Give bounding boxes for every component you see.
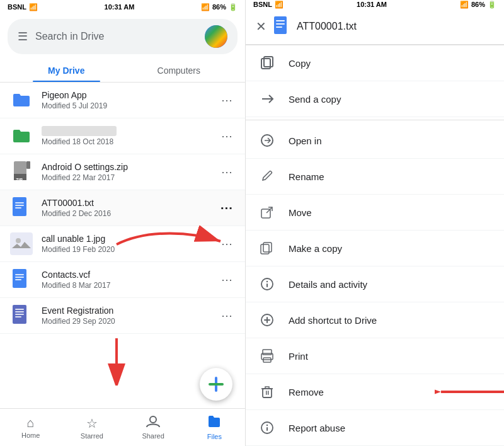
left-status-right: 📶 86% 🔋 xyxy=(201,3,238,11)
bottom-nav: ⌂ Home ☆ Starred Shared Files xyxy=(0,408,245,446)
report-icon xyxy=(258,419,276,437)
file-meta: Modified 8 Mar 2017 xyxy=(42,281,219,290)
left-panel: BSNL 📶 10:31 AM 📶 86% 🔋 ☰ Search in Driv… xyxy=(0,0,246,446)
menu-item-make-copy[interactable]: Make a copy xyxy=(246,231,504,266)
svg-rect-43 xyxy=(263,389,272,397)
file-more-button[interactable]: ⋯ xyxy=(217,198,235,218)
svg-rect-1 xyxy=(26,161,30,169)
doc-icon xyxy=(10,197,33,219)
remove-icon xyxy=(258,383,276,401)
list-item[interactable]: ZIP Android O settings.zip Modified 22 M… xyxy=(0,154,245,190)
file-more-button[interactable]: ⋯ xyxy=(219,91,235,110)
menu-item-move[interactable]: Move xyxy=(246,195,504,231)
close-button[interactable]: ✕ xyxy=(256,19,266,34)
menu-item-open-in[interactable]: Open in xyxy=(246,123,504,159)
search-input[interactable]: Search in Drive xyxy=(35,31,197,42)
folder-icon xyxy=(10,89,33,112)
search-bar[interactable]: ☰ Search in Drive xyxy=(8,19,238,54)
left-battery: 86% xyxy=(212,3,226,11)
file-more-button[interactable]: ⋯ xyxy=(219,163,235,181)
copy-label: Copy xyxy=(289,58,311,69)
svg-rect-17 xyxy=(15,314,24,315)
image-icon xyxy=(10,232,33,255)
menu-divider xyxy=(246,120,504,120)
svg-point-36 xyxy=(266,281,268,282)
file-name: Event Registration xyxy=(42,306,219,316)
hamburger-icon[interactable]: ☰ xyxy=(18,30,28,43)
wifi-icon: 📶 xyxy=(29,3,38,11)
file-more-button[interactable]: ⋯ xyxy=(219,306,235,325)
send-copy-icon xyxy=(258,90,276,108)
file-meta: Modified 29 Sep 2020 xyxy=(42,317,219,326)
right-battery: 86% xyxy=(471,1,485,8)
make-copy-icon xyxy=(258,239,276,257)
svg-point-9 xyxy=(16,238,21,243)
svg-text:ZIP: ZIP xyxy=(16,178,23,182)
right-header: ✕ ATT00001.txt xyxy=(246,9,504,45)
file-name: Android O settings.zip xyxy=(42,162,219,172)
right-signal-icon: 📶 xyxy=(460,1,469,9)
file-meta: Modified 22 Mar 2017 xyxy=(42,173,219,182)
menu-item-rename[interactable]: Rename xyxy=(246,159,504,195)
menu-item-add-shortcut[interactable]: Add shortcut to Drive xyxy=(246,302,504,338)
file-more-button[interactable]: ⋯ xyxy=(219,270,235,289)
svg-rect-24 xyxy=(274,16,287,34)
svg-rect-16 xyxy=(15,311,24,312)
print-label: Print xyxy=(289,351,308,362)
list-item[interactable]: Pigeon App Modified 5 Jul 2019 ⋯ xyxy=(0,83,245,118)
folder-green-icon xyxy=(10,125,33,147)
svg-rect-12 xyxy=(15,277,24,278)
svg-point-23 xyxy=(150,416,156,423)
nav-home[interactable]: ⌂ Home xyxy=(0,409,61,446)
list-item[interactable]: call unable 1.jpg Modified 19 Feb 2020 ⋯ xyxy=(0,226,245,262)
tab-computers[interactable]: Computers xyxy=(123,59,236,82)
file-list: Pigeon App Modified 5 Jul 2019 ⋯ ███████… xyxy=(0,83,245,408)
svg-rect-6 xyxy=(15,205,24,206)
svg-rect-39 xyxy=(264,319,270,321)
file-more-button[interactable]: ⋯ xyxy=(219,127,235,146)
fab-button[interactable] xyxy=(200,368,232,401)
right-status-left: BSNL 📶 xyxy=(253,1,284,9)
nav-shared[interactable]: Shared xyxy=(123,409,184,446)
menu-item-details[interactable]: Details and activity xyxy=(246,266,504,302)
right-header-title: ATT00001.txt xyxy=(297,21,357,32)
file-name: Contacts.vcf xyxy=(42,270,219,280)
svg-rect-5 xyxy=(15,202,24,203)
menu-item-print[interactable]: Print xyxy=(246,338,504,374)
tab-my-drive[interactable]: My Drive xyxy=(10,59,123,82)
avatar[interactable] xyxy=(205,25,227,48)
files-icon xyxy=(207,415,221,432)
menu-item-send-copy[interactable]: Send a copy xyxy=(246,81,504,117)
svg-rect-11 xyxy=(15,274,24,275)
nav-files[interactable]: Files xyxy=(184,409,245,446)
list-item-att[interactable]: ATT00001.txt Modified 2 Dec 2016 ⋯ xyxy=(0,190,245,226)
list-item[interactable]: Event Registration Modified 29 Sep 2020 … xyxy=(0,298,245,334)
svg-point-49 xyxy=(266,425,268,426)
rename-icon xyxy=(258,168,276,185)
svg-rect-27 xyxy=(276,26,282,28)
right-battery-icon: 🔋 xyxy=(488,1,496,9)
make-copy-label: Make a copy xyxy=(289,243,342,254)
nav-shared-label: Shared xyxy=(142,432,164,440)
menu-item-remove[interactable]: Remove xyxy=(246,374,504,410)
shared-icon xyxy=(146,415,160,431)
list-item[interactable]: ████████████ Modified 18 Oct 2018 ⋯ xyxy=(0,118,245,154)
nav-starred[interactable]: ☆ Starred xyxy=(61,409,122,446)
list-item[interactable]: Contacts.vcf Modified 8 Mar 2017 ⋯ xyxy=(0,262,245,298)
menu-item-copy[interactable]: Copy xyxy=(246,45,504,81)
nav-home-label: Home xyxy=(21,432,40,439)
tabs-container: My Drive Computers xyxy=(0,59,245,83)
svg-rect-26 xyxy=(276,23,285,25)
report-abuse-label: Report abuse xyxy=(289,423,345,433)
right-panel: BSNL 📶 10:31 AM 📶 86% 🔋 ✕ ATT00001.txt xyxy=(246,0,504,446)
svg-rect-44 xyxy=(266,391,267,395)
file-meta: Modified 18 Oct 2018 xyxy=(42,137,219,146)
add-shortcut-icon xyxy=(258,311,276,329)
svg-rect-7 xyxy=(15,207,21,209)
menu-item-report-abuse[interactable]: Report abuse xyxy=(246,410,504,446)
nav-starred-label: Starred xyxy=(81,432,103,440)
print-icon xyxy=(258,347,276,365)
file-more-button[interactable]: ⋯ xyxy=(219,234,235,253)
right-wifi-icon: 📶 xyxy=(275,1,284,9)
avatar-image xyxy=(205,25,227,48)
